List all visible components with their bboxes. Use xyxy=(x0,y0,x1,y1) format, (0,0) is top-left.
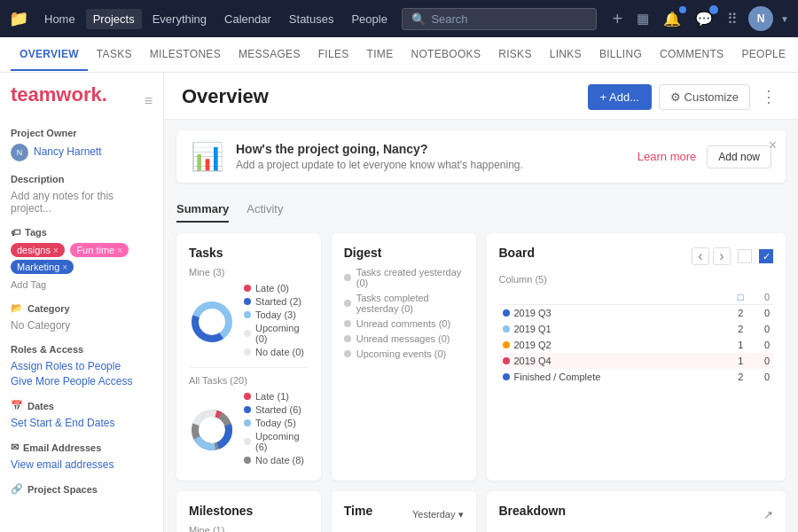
activity-tab[interactable]: Activity xyxy=(246,202,283,223)
tab-tasks[interactable]: TASKS xyxy=(88,39,141,71)
nav-projects[interactable]: Projects xyxy=(86,9,142,29)
milestones-card-title: Milestones xyxy=(189,504,309,518)
apps-icon[interactable]: ⠿ xyxy=(724,7,741,31)
tab-notebooks[interactable]: NOTEBOOKS xyxy=(402,39,489,71)
table-row: Finished / Complete 2 0 xyxy=(499,369,774,385)
tab-more-button[interactable]: ··· xyxy=(794,45,798,64)
digest-item: Tasks completed yesterday (0) xyxy=(344,293,464,314)
grid-icon[interactable]: ▦ xyxy=(633,7,653,30)
board-column-count: Column (5) xyxy=(499,274,774,285)
breakdown-expand-icon[interactable]: ↗ xyxy=(763,508,773,521)
overview-grid: Tasks Mine (3) Late (0) Started (2) Toda… xyxy=(164,223,798,532)
nav-right-actions: + ▦ 🔔 💬 ⠿ N ▼ xyxy=(608,5,789,33)
time-period-selector[interactable]: Yesterday ▾ xyxy=(412,509,464,520)
add-now-button[interactable]: Add now xyxy=(707,145,771,168)
banner-icon: 📊 xyxy=(191,141,223,172)
nav-statuses[interactable]: Statuses xyxy=(282,9,341,29)
tab-time[interactable]: TIME xyxy=(358,39,403,71)
tab-people[interactable]: PEOPLE xyxy=(732,39,794,71)
tab-navigation: OVERVIEW TASKS MILESTONES MESSAGES FILES… xyxy=(0,37,798,73)
page-title: Overview xyxy=(182,85,269,108)
category-value: No Category xyxy=(11,319,153,332)
key-icon: 🔗 xyxy=(11,483,23,495)
table-row: 2019 Q4 1 0 xyxy=(499,353,774,369)
tag-marketing-remove[interactable]: × xyxy=(62,262,67,272)
board-col-count2: 0 xyxy=(747,353,773,369)
email-section: ✉ Email Addresses View email addresses xyxy=(11,442,153,471)
time-period-label: Yesterday xyxy=(412,509,456,520)
nav-home[interactable]: Home xyxy=(37,9,82,29)
roles-label: Roles & Access xyxy=(11,344,153,355)
banner-close-button[interactable]: × xyxy=(769,137,777,153)
digest-dot xyxy=(344,320,351,327)
chat-icon[interactable]: 💬 xyxy=(692,7,716,31)
search-input[interactable] xyxy=(431,12,573,26)
tab-overview[interactable]: OVERVIEW xyxy=(11,39,88,71)
tab-links[interactable]: LINKS xyxy=(541,39,591,71)
tab-comments[interactable]: COMMENTS xyxy=(651,39,732,71)
digest-dot xyxy=(344,350,351,357)
digest-item: Unread messages (0) xyxy=(344,333,464,344)
board-checkbox[interactable] xyxy=(738,249,752,263)
board-prev-button[interactable]: ‹ xyxy=(692,247,709,265)
board-col-name: 2019 Q4 xyxy=(499,353,720,369)
digest-items: Tasks created yesterday (0) Tasks comple… xyxy=(344,267,464,359)
tab-billing[interactable]: BILLING xyxy=(591,39,651,71)
sidebar-collapse-button[interactable]: ≡ xyxy=(145,93,153,109)
summary-tab[interactable]: Summary xyxy=(176,202,229,223)
board-col-count: 2 xyxy=(720,321,747,337)
chevron-down-icon[interactable]: ▼ xyxy=(780,14,789,24)
logo: teamwork. xyxy=(11,83,107,106)
user-avatar[interactable]: N xyxy=(748,6,773,31)
digest-dot xyxy=(344,274,351,281)
board-col-count: 2 xyxy=(720,369,747,385)
dates-label: 📅 Dates xyxy=(11,400,153,411)
owner-avatar: N xyxy=(11,144,28,161)
add-tag-button[interactable]: Add Tag xyxy=(11,279,153,290)
digest-item: Unread comments (0) xyxy=(344,318,464,329)
owner-name-link[interactable]: Nancy Harnett xyxy=(34,145,102,158)
tag-designs-remove[interactable]: × xyxy=(53,246,59,255)
logo-dot: . xyxy=(102,83,107,106)
main-content: Overview + Add... ⚙ Customize ⋮ 📊 How's … xyxy=(164,73,798,532)
board-col-count2: 0 xyxy=(747,337,773,353)
add-button[interactable]: + Add... xyxy=(588,84,652,110)
digest-dot xyxy=(344,300,351,307)
banner-description: Add a project update to let everyone kno… xyxy=(236,159,523,171)
customize-button[interactable]: ⚙ Customize xyxy=(659,84,750,110)
digest-item: Upcoming events (0) xyxy=(344,348,464,359)
board-nav: ‹ › xyxy=(692,247,731,265)
tab-risks[interactable]: RISKS xyxy=(489,39,541,71)
search-bar: 🔍 xyxy=(402,8,597,30)
board-col-name: 2019 Q1 xyxy=(499,321,720,337)
tasks-all-legend: Late (1) Started (6) Today (5) Upcoming … xyxy=(244,391,309,468)
tab-messages[interactable]: MESSAGES xyxy=(230,39,309,71)
tab-milestones[interactable]: MILESTONES xyxy=(141,39,230,71)
breakdown-card: Breakdown ↗ Users Active Tasks ▾ U Unass… xyxy=(487,491,786,532)
assign-roles-link[interactable]: Assign Roles to People xyxy=(11,360,153,372)
set-dates-link[interactable]: Set Start & End Dates xyxy=(11,417,153,429)
view-email-link[interactable]: View email addresses xyxy=(11,458,153,471)
learn-more-link[interactable]: Learn more xyxy=(638,150,696,163)
tag-funtime-remove[interactable]: × xyxy=(117,246,122,255)
roles-section: Roles & Access Assign Roles to People Gi… xyxy=(11,344,153,387)
board-col-count: 2 xyxy=(720,305,747,322)
bell-icon[interactable]: 🔔 xyxy=(660,7,685,31)
tags-section: 🏷 Tags designs × Fun time × Marketing × … xyxy=(11,227,153,290)
board-next-button[interactable]: › xyxy=(713,247,731,265)
tags-label: 🏷 Tags xyxy=(11,227,153,238)
dates-section: 📅 Dates Set Start & End Dates xyxy=(11,400,153,429)
tab-files[interactable]: FILES xyxy=(309,39,358,71)
board-col-count: 1 xyxy=(720,353,747,369)
more-options-icon[interactable]: ⋮ xyxy=(757,83,780,110)
nav-calendar[interactable]: Calendar xyxy=(217,9,278,29)
add-button[interactable]: + xyxy=(608,5,626,33)
nav-everything[interactable]: Everything xyxy=(145,9,214,29)
breakdown-header: Breakdown ↗ xyxy=(499,504,774,525)
board-card: Board ‹ › ✓ Column (5) xyxy=(487,233,786,481)
tag-marketing: Marketing × xyxy=(11,260,74,274)
board-checked-icon[interactable]: ✓ xyxy=(759,249,773,263)
give-access-link[interactable]: Give More People Access xyxy=(11,375,153,387)
tasks-mine-chart: Late (0) Started (2) Today (3) Upcoming … xyxy=(189,283,309,360)
nav-people[interactable]: People xyxy=(344,9,394,29)
